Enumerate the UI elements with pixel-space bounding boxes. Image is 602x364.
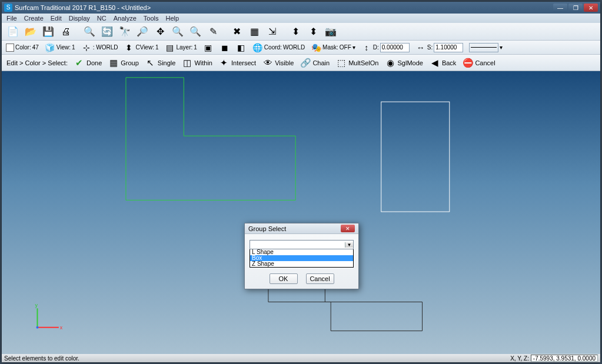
zoom-rotate-icon[interactable]: 🔄 [99, 24, 115, 39]
solid-icon: ◼ [219, 42, 230, 53]
visible-icon: 👁 [262, 57, 274, 69]
globe-icon: 🌐 [252, 42, 263, 53]
combo-dropdown-icon[interactable]: ▼ [345, 242, 353, 248]
menu-display[interactable]: Display [65, 15, 94, 22]
multisel-button[interactable]: ⬚MultSelOn [333, 56, 381, 70]
dialog-close-button[interactable]: ✕ [341, 225, 355, 232]
group-icon: ▦ [108, 57, 119, 69]
menu-analyze[interactable]: Analyze [110, 15, 140, 22]
wireframe-icon: ▣ [203, 42, 214, 53]
coord-value: WORLD [283, 44, 305, 51]
chain-button[interactable]: 🔗Chain [297, 56, 332, 70]
coord-prop[interactable]: 🌐 Coord: WORLD [251, 42, 307, 54]
d-input[interactable] [380, 43, 410, 52]
title-bar: S Surfcam Traditional 2017 R1_B150 - <Un… [2, 2, 600, 14]
zoom-out-icon[interactable]: 🔍 [188, 24, 203, 39]
menu-create[interactable]: Create [21, 15, 47, 22]
combo-item-zshape[interactable]: Z Shape [250, 261, 353, 267]
view-prop[interactable]: 🧊 View: 1 [43, 42, 77, 54]
s-label: S: [427, 44, 433, 51]
menu-edit[interactable]: Edit [47, 15, 65, 22]
zoom-fit-icon[interactable]: 🔭 [117, 24, 132, 39]
coords-readout: -7.5993, 3.9531, 0.0000 [531, 355, 598, 362]
layer-value: 1 [194, 44, 197, 51]
axis1-icon[interactable]: ⬍ [288, 24, 303, 39]
menu-help[interactable]: Help [162, 15, 183, 22]
status-message: Select elements to edit color. [4, 355, 79, 362]
close-button[interactable]: ✕ [584, 4, 598, 12]
transform-icon[interactable]: ⇲ [264, 24, 280, 39]
drawing-canvas: y x [2, 71, 600, 354]
back-button[interactable]: ◀Back [427, 56, 458, 70]
mask-prop[interactable]: 🎭 Mask: OFF ▾ [309, 42, 357, 54]
sglmode-icon: ◉ [384, 57, 396, 69]
linetype-prop[interactable]: ▾ [467, 42, 504, 54]
menu-file[interactable]: File [3, 15, 21, 22]
mask-icon: 🎭 [311, 42, 321, 53]
dialog-titlebar[interactable]: Group Select ✕ [245, 223, 358, 234]
s-prop: ↔ S: [414, 42, 465, 54]
orient-label: : WORLD [93, 44, 118, 51]
menu-bar: File Create Edit Display NC Analyze Tool… [2, 14, 600, 23]
shape-l[interactable] [126, 78, 295, 201]
done-button[interactable]: ✔Done [71, 56, 104, 70]
dialog-title: Group Select [248, 225, 286, 232]
chain-icon: 🔗 [300, 57, 311, 69]
zoom-window-icon[interactable]: 🔍 [82, 24, 97, 39]
color-swatch[interactable] [6, 44, 14, 52]
linetype-dropdown-icon[interactable]: ▾ [500, 44, 503, 51]
color-prop[interactable]: Color: 47 [4, 42, 41, 54]
viewport[interactable]: y x Group Select ✕ ▼ L Shape Box Z Shape [2, 71, 600, 354]
minimize-button[interactable]: — [553, 4, 567, 12]
pan-icon[interactable]: ✥ [152, 24, 168, 39]
zoom-previous-icon[interactable]: 🔎 [135, 24, 150, 39]
status-bar: Select elements to edit color. X, Y, Z: … [2, 354, 600, 362]
mask-label: Mask: [322, 44, 338, 51]
camera-icon[interactable]: 📷 [323, 24, 338, 39]
shade-hidden-button[interactable]: ◧ [234, 42, 248, 54]
layer-prop[interactable]: ▤ Layer: 1 [163, 42, 199, 54]
svg-text:x: x [60, 325, 63, 330]
sglmode-button[interactable]: ◉SglMode [382, 56, 425, 70]
color-label: Color: [15, 44, 31, 51]
group-button[interactable]: ▦Group [105, 56, 141, 70]
visible-button[interactable]: 👁Visible [260, 56, 296, 70]
orient-prop[interactable]: ⊹ : WORLD [79, 42, 120, 54]
menu-tools[interactable]: Tools [140, 15, 162, 22]
group-combo[interactable]: ▼ [250, 240, 354, 249]
delete-icon[interactable]: ✖ [229, 24, 244, 39]
intersect-button[interactable]: ✦Intersect [216, 56, 258, 70]
maximize-button[interactable]: ❐ [568, 4, 583, 12]
single-button[interactable]: ↖Single [142, 56, 178, 70]
shade-solid-button[interactable]: ◼ [218, 42, 232, 54]
coord-label: Coord: [264, 44, 282, 51]
cview-prop[interactable]: ⬍ CView: 1 [122, 42, 160, 54]
axis2-icon[interactable]: ⬍ [305, 24, 321, 39]
print-icon[interactable]: 🖨 [58, 24, 74, 39]
menu-nc[interactable]: NC [94, 15, 110, 22]
linetype-select[interactable] [469, 43, 498, 52]
orient-icon: ⊹ [81, 42, 92, 53]
cancel-button[interactable]: ⛔Cancel [460, 56, 497, 70]
properties-toolbar: Color: 47 🧊 View: 1 ⊹ : WORLD ⬍ CView: 1… [2, 41, 600, 55]
within-button[interactable]: ◫Within [179, 56, 215, 70]
new-file-icon[interactable]: 📄 [5, 24, 21, 39]
selection-toolbar: Edit > Color > Select: ✔Done ▦Group ↖Sin… [2, 55, 600, 71]
mask-dropdown-icon[interactable]: ▾ [352, 44, 355, 51]
box-icon[interactable]: ▦ [247, 24, 262, 39]
redraw-icon[interactable]: ✎ [205, 24, 221, 39]
shape-box[interactable] [381, 102, 450, 212]
single-icon: ↖ [145, 57, 157, 69]
dialog-cancel-button[interactable]: Cancel [306, 273, 334, 284]
s-input[interactable] [434, 43, 463, 52]
zoom-in-icon[interactable]: 🔍 [170, 24, 185, 39]
save-icon[interactable]: 💾 [41, 24, 56, 39]
axis-triad: y x [35, 302, 63, 330]
view-icon: 🧊 [45, 42, 55, 53]
open-file-icon[interactable]: 📂 [23, 24, 38, 39]
cview-value: 1 [155, 44, 159, 51]
dialog-ok-button[interactable]: OK [270, 273, 298, 284]
color-value: 47 [32, 44, 39, 51]
shade-wire-button[interactable]: ▣ [201, 42, 215, 54]
combo-item-lshape[interactable]: L Shape [250, 249, 353, 255]
